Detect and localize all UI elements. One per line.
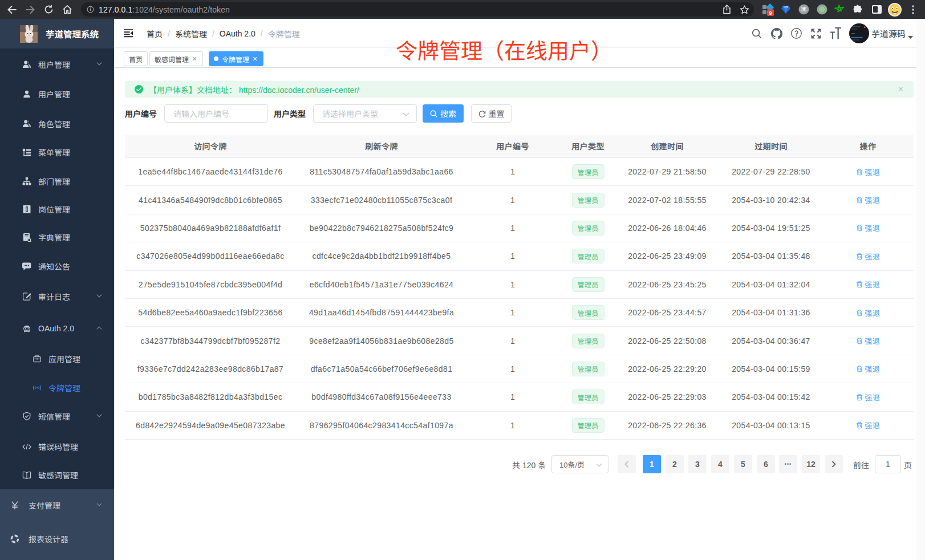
svg-text:⌘: ⌘ bbox=[801, 6, 807, 13]
svg-text:9: 9 bbox=[769, 10, 772, 15]
